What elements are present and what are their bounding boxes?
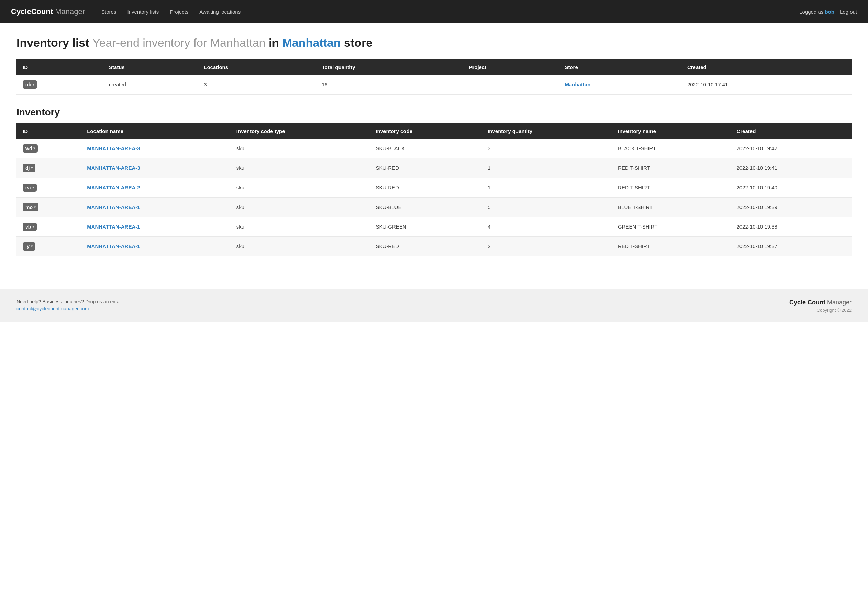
nav-brand: Cycle Count Manager (11, 7, 85, 16)
inventory-table: ID Location name Inventory code type Inv… (16, 123, 852, 256)
inv-location-link[interactable]: MANHATTAN-AREA-3 (87, 145, 140, 151)
nav-inventory-lists[interactable]: Inventory lists (127, 9, 159, 15)
inv-row-code-type: sku (230, 158, 370, 178)
inv-row-created: 2022-10-10 19:41 (730, 158, 852, 178)
inv-row-code-type: sku (230, 139, 370, 158)
inv-row-location: MANHATTAN-AREA-3 (81, 139, 230, 158)
inv-row-location: MANHATTAN-AREA-2 (81, 178, 230, 197)
footer-brand-manager: Manager (827, 299, 852, 306)
inv-row-code: SKU-BLACK (369, 139, 481, 158)
summary-row-status: created (103, 75, 197, 94)
nav-stores[interactable]: Stores (102, 9, 116, 15)
inv-row-code: SKU-BLUE (369, 197, 481, 217)
page-title-prefix: Inventory list (16, 36, 89, 49)
footer-help-text: Need help? Business inquiries? Drop us a… (16, 299, 123, 305)
inv-row-name: RED T-SHIRT (612, 158, 730, 178)
inv-row-created: 2022-10-10 19:42 (730, 139, 852, 158)
summary-table: ID Status Locations Total quantity Proje… (16, 60, 852, 94)
footer-email-link[interactable]: contact@cyclecountmanager.com (16, 306, 123, 311)
brand-manager: Manager (55, 7, 85, 16)
nav-links: Stores Inventory lists Projects Awaiting… (102, 9, 799, 15)
inventory-row: ea ▾ MANHATTAN-AREA-2 sku SKU-RED 1 RED … (16, 178, 852, 197)
footer-copyright: Copyright © 2022 (789, 308, 852, 313)
inv-row-code: SKU-RED (369, 158, 481, 178)
inventory-row: vb ▾ MANHATTAN-AREA-1 sku SKU-GREEN 4 GR… (16, 217, 852, 236)
inv-id-badge-vb[interactable]: vb ▾ (23, 223, 37, 231)
inv-row-created: 2022-10-10 19:37 (730, 236, 852, 256)
inv-row-id: dj ▾ (16, 158, 81, 178)
inv-row-code: SKU-RED (369, 236, 481, 256)
summary-col-created: Created (681, 60, 852, 75)
inv-row-created: 2022-10-10 19:40 (730, 178, 852, 197)
summary-row-locations: 3 (197, 75, 315, 94)
summary-col-id: ID (16, 60, 103, 75)
summary-row-created: 2022-10-10 17:41 (681, 75, 852, 94)
inv-row-code-type: sku (230, 197, 370, 217)
inv-col-id: ID (16, 123, 81, 139)
inv-row-code-type: sku (230, 217, 370, 236)
inv-row-name: GREEN T-SHIRT (612, 217, 730, 236)
page-title-suffix: store (344, 36, 372, 49)
inv-row-id: ly ▾ (16, 236, 81, 256)
inv-id-badge-wd[interactable]: wd ▾ (23, 144, 38, 152)
page-title-name: Year-end inventory for Manhattan (93, 36, 269, 49)
inventory-row: mo ▾ MANHATTAN-AREA-1 sku SKU-BLUE 5 BLU… (16, 197, 852, 217)
inv-id-badge-dj[interactable]: dj ▾ (23, 164, 35, 172)
inv-col-quantity: Inventory quantity (481, 123, 612, 139)
footer-left: Need help? Business inquiries? Drop us a… (16, 299, 123, 311)
inv-col-code: Inventory code (369, 123, 481, 139)
inv-location-link[interactable]: MANHATTAN-AREA-1 (87, 243, 140, 249)
summary-id-badge[interactable]: ob ▾ (23, 81, 37, 89)
inv-row-created: 2022-10-10 19:39 (730, 197, 852, 217)
brand-count: Count (31, 7, 53, 16)
main-content: Inventory list Year-end inventory for Ma… (0, 23, 868, 281)
summary-store-link[interactable]: Manhattan (565, 81, 590, 87)
footer-brand-cycle: Cycle Count (789, 299, 825, 306)
summary-row-id: ob ▾ (16, 75, 103, 94)
footer-brand: Cycle Count Manager (789, 299, 852, 306)
summary-row-store: Manhattan (559, 75, 681, 94)
dropdown-arrow-icon: ▾ (31, 244, 33, 248)
inv-row-quantity: 3 (481, 139, 612, 158)
summary-row-total-qty: 16 (315, 75, 463, 94)
page-title-store-name: Manhattan (282, 36, 344, 49)
inv-id-badge-ly[interactable]: ly ▾ (23, 242, 35, 251)
inv-row-location: MANHATTAN-AREA-1 (81, 197, 230, 217)
summary-col-project: Project (463, 60, 559, 75)
inv-id-badge-mo[interactable]: mo ▾ (23, 203, 39, 211)
inv-id-badge-ea[interactable]: ea ▾ (23, 184, 37, 192)
inv-location-link[interactable]: MANHATTAN-AREA-1 (87, 204, 140, 210)
inv-row-name: RED T-SHIRT (612, 236, 730, 256)
dropdown-arrow-icon: ▾ (33, 82, 34, 86)
summary-col-status: Status (103, 60, 197, 75)
summary-row-project: - (463, 75, 559, 94)
footer: Need help? Business inquiries? Drop us a… (0, 289, 868, 322)
nav-logged-as: Logged as bob (799, 9, 834, 15)
inv-col-location: Location name (81, 123, 230, 139)
inventory-row: wd ▾ MANHATTAN-AREA-3 sku SKU-BLACK 3 BL… (16, 139, 852, 158)
inv-row-code-type: sku (230, 236, 370, 256)
nav-username: bob (825, 9, 834, 15)
inv-row-code: SKU-GREEN (369, 217, 481, 236)
navbar: Cycle Count Manager Stores Inventory lis… (0, 0, 868, 23)
inv-location-link[interactable]: MANHATTAN-AREA-3 (87, 165, 140, 171)
dropdown-arrow-icon: ▾ (33, 147, 35, 150)
dropdown-arrow-icon: ▾ (34, 205, 36, 209)
inv-row-code-type: sku (230, 178, 370, 197)
inv-row-name: BLUE T-SHIRT (612, 197, 730, 217)
inventory-row: ly ▾ MANHATTAN-AREA-1 sku SKU-RED 2 RED … (16, 236, 852, 256)
dropdown-arrow-icon: ▾ (32, 225, 34, 229)
inv-col-name: Inventory name (612, 123, 730, 139)
nav-awaiting-locations[interactable]: Awaiting locations (199, 9, 241, 15)
nav-projects[interactable]: Projects (170, 9, 188, 15)
inv-row-quantity: 1 (481, 158, 612, 178)
dropdown-arrow-icon: ▾ (32, 185, 34, 189)
footer-right: Cycle Count Manager Copyright © 2022 (789, 299, 852, 313)
summary-col-total-qty: Total quantity (315, 60, 463, 75)
nav-logout-button[interactable]: Log out (840, 9, 857, 15)
inv-location-link[interactable]: MANHATTAN-AREA-1 (87, 224, 140, 230)
inv-row-location: MANHATTAN-AREA-1 (81, 236, 230, 256)
page-title-in: in (269, 36, 279, 49)
inv-location-link[interactable]: MANHATTAN-AREA-2 (87, 185, 140, 190)
inv-row-quantity: 1 (481, 178, 612, 197)
